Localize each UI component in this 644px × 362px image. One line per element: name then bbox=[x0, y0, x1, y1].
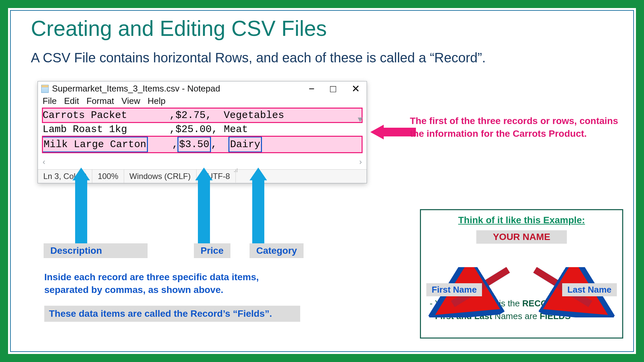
slide-subtitle: A CSV File contains horizontal Rows, and… bbox=[31, 50, 486, 65]
notepad-hscroll[interactable]: ‹ › bbox=[38, 155, 367, 169]
scroll-left-icon[interactable]: ‹ bbox=[43, 157, 45, 167]
example-box: Think of it like this Example: YOUR NAME… bbox=[420, 209, 623, 339]
maximize-icon[interactable]: □ bbox=[330, 84, 336, 94]
slide-outer-border: Creating and Editing CSV Files A CSV Fil… bbox=[0, 0, 644, 362]
status-encoding: UTF-8 bbox=[197, 170, 367, 183]
field-label-category: Category bbox=[250, 243, 304, 258]
scroll-right-icon[interactable]: › bbox=[359, 157, 362, 167]
menu-file[interactable]: File bbox=[43, 96, 57, 106]
record-row-1: Carrots Packet ,$2.75, Vegetables bbox=[43, 108, 362, 122]
notepad-title-text: Supermarket_Items_3_Items.csv - Notepad bbox=[52, 83, 305, 94]
resize-grip-icon[interactable] bbox=[234, 168, 245, 181]
field-label-price: Price bbox=[194, 243, 230, 258]
notepad-body[interactable]: Carrots Packet ,$2.75, Vegetables Lamb R… bbox=[38, 108, 367, 155]
menu-view[interactable]: View bbox=[121, 96, 140, 106]
menu-help[interactable]: Help bbox=[148, 96, 165, 106]
example-last-name-label: Last Name bbox=[562, 283, 617, 296]
record-row-3: Milk Large Carton ,$3.50, Dairy bbox=[43, 136, 362, 153]
field-box-desc: Milk Large Carton bbox=[42, 136, 148, 153]
field-label-description: Description bbox=[44, 243, 148, 258]
fields-definition-box: These data items are called the Record’s… bbox=[44, 306, 300, 322]
menu-edit[interactable]: Edit bbox=[64, 96, 79, 106]
slide-inner-border: Creating and Editing CSV Files A CSV Fil… bbox=[10, 10, 634, 352]
arrow-category bbox=[252, 168, 264, 244]
example-title: Think of it like this Example: bbox=[421, 215, 622, 226]
record-row-2: Lamb Roast 1kg ,$25.00, Meat bbox=[43, 122, 362, 136]
notepad-titlebar: Supermarket_Items_3_Items.csv - Notepad … bbox=[38, 81, 367, 95]
notepad-icon bbox=[41, 85, 49, 93]
example-first-name-label: First Name bbox=[426, 283, 482, 296]
example-your-name: YOUR NAME bbox=[476, 230, 567, 244]
close-icon[interactable]: ✕ bbox=[352, 84, 360, 94]
slide-title: Creating and Editing CSV Files bbox=[31, 16, 327, 41]
field-box-cat: Dairy bbox=[228, 136, 262, 153]
arrow-price bbox=[198, 168, 210, 244]
field-box-price: $3.50 bbox=[177, 136, 211, 153]
menu-format[interactable]: Format bbox=[87, 96, 114, 106]
arrow-first-record bbox=[370, 125, 416, 139]
status-eol: Windows (CRLF) bbox=[124, 170, 197, 183]
scroll-down-icon[interactable]: ▼ bbox=[358, 114, 363, 126]
fields-explanation-text: Inside each record are three specific da… bbox=[44, 271, 286, 296]
callout-first-record: The first of the three records or rows, … bbox=[410, 115, 625, 140]
arrow-description bbox=[75, 168, 87, 244]
notepad-menubar: File Edit Format View Help bbox=[38, 95, 367, 108]
status-zoom: 100% bbox=[92, 170, 124, 183]
minimize-icon[interactable]: − bbox=[309, 84, 315, 94]
